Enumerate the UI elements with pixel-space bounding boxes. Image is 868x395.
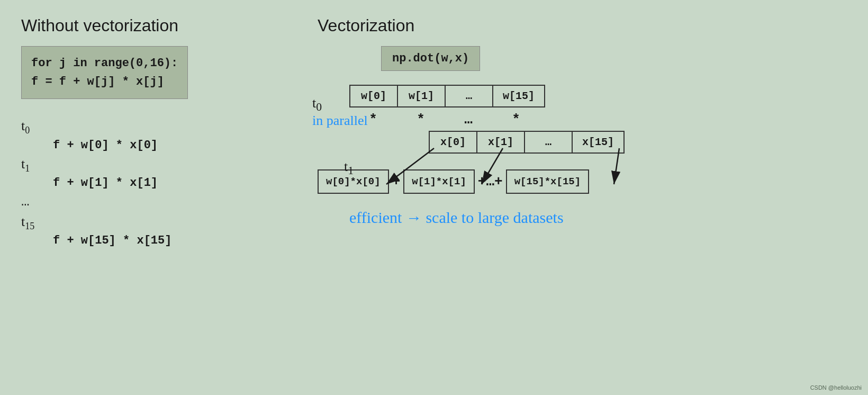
result-cell-1: w[1]*x[1] bbox=[403, 169, 475, 194]
np-dot-box: np.dot(w,x) bbox=[381, 46, 480, 71]
result-row: w[0]*x[0] + w[1]*x[1] +…+ w[15]*x[15] bbox=[318, 169, 847, 194]
w15-cell: w[15] bbox=[492, 85, 545, 107]
right-content: Vectorization np.dot(w,x) t0 w[0] w[1] …… bbox=[318, 16, 847, 227]
w0-cell: w[0] bbox=[349, 85, 397, 107]
right-panel: Vectorization np.dot(w,x) t0 w[0] w[1] …… bbox=[296, 16, 847, 379]
result-section: t1 bbox=[318, 169, 847, 194]
t15-label-left: t15 bbox=[21, 214, 286, 232]
mult-dots: … bbox=[445, 112, 492, 128]
code-line1: for j in range(0,16): bbox=[31, 54, 178, 73]
t15-code-left: f + w[15] * x[15] bbox=[53, 234, 286, 247]
plus-0: + bbox=[392, 174, 401, 190]
left-panel: Without vectorization for j in range(0,1… bbox=[21, 16, 296, 379]
right-title: Vectorization bbox=[318, 16, 847, 35]
code-block: for j in range(0,16): f = f + w[j] * x[j… bbox=[21, 46, 188, 99]
x15-cell: x[15] bbox=[572, 131, 625, 154]
x1-cell: x[1] bbox=[476, 131, 524, 154]
t0-code-left: f + w[0] * x[0] bbox=[53, 139, 286, 152]
efficient-label: efficient → scale to large datasets bbox=[349, 209, 847, 227]
multiply-row: * * … * bbox=[349, 112, 847, 128]
code-line2: f = f + w[j] * x[j] bbox=[31, 73, 178, 91]
w1-cell: w[1] bbox=[397, 85, 445, 107]
result-cell-15: w[15]*x[15] bbox=[506, 169, 589, 194]
w-dots-cell: … bbox=[445, 85, 492, 107]
ellipsis-left: … bbox=[21, 194, 286, 210]
t1-label-right: t1 bbox=[344, 159, 354, 177]
t1-label-left: t1 bbox=[21, 156, 286, 174]
x-dots-cell: … bbox=[524, 131, 572, 154]
plus-dots: +…+ bbox=[478, 174, 503, 190]
left-title: Without vectorization bbox=[21, 16, 286, 35]
x0-cell: x[0] bbox=[429, 131, 476, 154]
in-parallel-label: in parallel bbox=[312, 113, 368, 129]
w-array-row: w[0] w[1] … w[15] bbox=[349, 85, 847, 107]
t0-label-left: t0 bbox=[21, 118, 286, 136]
x-array-row: x[0] x[1] … x[15] bbox=[429, 131, 847, 154]
t0-label-right: t0 bbox=[312, 95, 322, 114]
t1-code-left: f + w[1] * x[1] bbox=[53, 176, 286, 190]
watermark: CSDN @helloluozhi bbox=[810, 384, 862, 391]
mult-star-15: * bbox=[492, 112, 540, 128]
main-container: Without vectorization for j in range(0,1… bbox=[0, 0, 868, 395]
mult-star-1: * bbox=[397, 112, 445, 128]
